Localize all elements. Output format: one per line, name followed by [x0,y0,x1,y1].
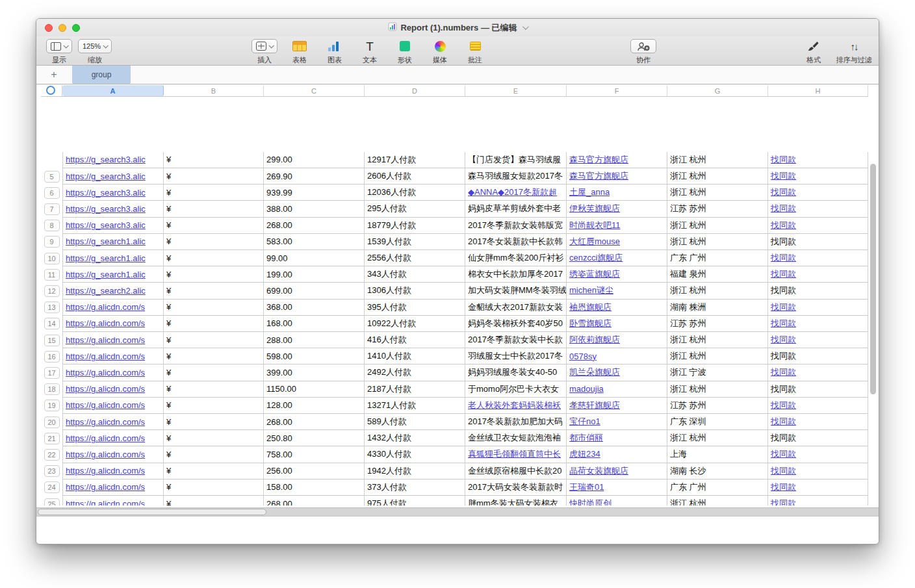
cell-find-same-link[interactable]: 找同款 [768,185,868,201]
column-header-F[interactable]: F [567,85,667,96]
cell-shop-name[interactable]: 森马官方旗舰店 [567,168,667,185]
cell-shop-name[interactable]: 土屋_anna [567,185,667,201]
cell-image-url[interactable]: https://g.alicdn.com/s [62,496,164,505]
cell-find-same-link[interactable]: 找同款 [768,218,868,234]
add-sheet-button[interactable]: + [45,68,62,82]
column-header-H[interactable]: H [768,85,868,96]
cell-shop-name[interactable]: 孝慈轩旗舰店 [567,398,667,414]
cell-image-url[interactable]: https://g.alicdn.com/s [62,446,164,463]
cell-shop-name[interactable]: 绣姿蓝旗舰店 [567,266,667,283]
cell-find-same-link[interactable]: 找同款 [768,364,868,381]
cell-shop-name[interactable]: cenzcci旗舰店 [567,250,667,266]
cell-find-same-link[interactable]: 找同款 [768,479,868,496]
vertical-scrollbar[interactable] [870,164,876,394]
cell-product-title[interactable]: ◆ANNA◆2017冬新款超 [465,185,567,201]
cell-shop-name[interactable]: 快时尚原创 [567,496,667,505]
row-number[interactable]: 8 [41,218,62,234]
row-number[interactable]: 15 [41,332,62,348]
row-number[interactable]: 6 [41,185,62,201]
cell-image-url[interactable]: https://g.alicdn.com/s [62,300,164,316]
cell-shop-name[interactable]: 阿依莉旗舰店 [567,332,667,348]
cell-shop-name[interactable]: 森马官方旗舰店 [567,152,667,168]
row-number[interactable]: 11 [41,266,62,283]
cell-image-url[interactable]: https://g.alicdn.com/s [62,463,164,479]
cell-image-url[interactable]: https://g_search3.alic [62,218,164,234]
column-header-G[interactable]: G [667,85,768,96]
row-number[interactable]: 23 [41,463,62,479]
column-header-E[interactable]: E [465,85,567,96]
cell-shop-name[interactable]: madoujia [567,381,667,398]
row-number[interactable] [41,152,62,168]
horizontal-scrollbar[interactable] [36,507,879,517]
cell-image-url[interactable]: https://g_search2.alic [62,283,164,299]
cell-image-url[interactable]: https://g_search3.alic [62,185,164,201]
cell-image-url[interactable]: https://g_search1.alic [62,250,164,266]
row-number[interactable]: 9 [41,234,62,250]
zoom-window-button[interactable] [72,24,80,32]
cell-image-url[interactable]: https://g.alicdn.com/s [62,398,164,414]
cell-image-url[interactable]: https://g.alicdn.com/s [62,348,164,364]
row-number[interactable]: 19 [41,398,62,414]
row-number[interactable]: 5 [41,168,62,185]
cell-shop-name[interactable]: michen谜尘 [567,283,667,299]
cell-shop-name[interactable]: 0578sy [567,348,667,364]
row-number[interactable]: 24 [41,479,62,496]
cell-image-url[interactable]: https://g_search1.alic [62,266,164,283]
cell-find-same-link[interactable]: 找同款 [768,300,868,316]
row-number[interactable]: 18 [41,381,62,398]
row-number[interactable]: 22 [41,446,62,463]
cell-image-url[interactable]: https://g.alicdn.com/s [62,430,164,446]
row-number[interactable]: 7 [41,201,62,217]
cell-image-url[interactable]: https://g.alicdn.com/s [62,332,164,348]
cell-shop-name[interactable]: 王瑞奇01 [567,479,667,496]
column-header-C[interactable]: C [264,85,365,96]
collaborate-button[interactable]: 协作 [623,38,664,65]
cell-find-same-link[interactable]: 找同款 [768,446,868,463]
cell-shop-name[interactable]: 宝仔no1 [567,414,667,430]
column-header-A[interactable]: A [62,85,164,96]
comment-button[interactable]: 批注 [454,38,496,65]
cell-shop-name[interactable]: 卧雪旗舰店 [567,316,667,332]
cell-shop-name[interactable]: 虎妞234 [567,446,667,463]
close-button[interactable] [45,24,53,32]
cell-shop-name[interactable]: 都市俏丽 [567,430,667,446]
cell-product-title[interactable]: 老人秋装外套妈妈装棉袄 [465,398,567,414]
cell-image-url[interactable]: https://g.alicdn.com/s [62,316,164,332]
cell-find-same-link[interactable]: 找同款 [768,332,868,348]
row-number[interactable]: 12 [41,283,62,299]
cell-image-url[interactable]: https://g.alicdn.com/s [62,364,164,381]
cell-product-title[interactable]: 真狐狸毛领翻领直筒中长 [465,446,567,463]
sheet-tab-group[interactable]: group [72,66,131,84]
zoom-button[interactable]: 125% 缩放 [74,38,116,65]
cell-find-same-link[interactable]: 找同款 [768,250,868,266]
cell-shop-name[interactable]: 大红唇mouse [567,234,667,250]
cell-shop-name[interactable]: 时尚靓衣吧11 [567,218,667,234]
table-handle-icon[interactable] [46,86,55,95]
cell-find-same-link[interactable]: 找同款 [768,414,868,430]
column-header-D[interactable]: D [365,85,465,96]
horizontal-scrollbar-thumb[interactable] [38,509,266,515]
format-button[interactable]: 格式 [793,38,834,65]
cell-find-same-link[interactable]: 找同款 [768,152,868,168]
row-number[interactable]: 10 [41,250,62,266]
row-number[interactable]: 17 [41,364,62,381]
cell-shop-name[interactable]: 凯兰朵旗舰店 [567,364,667,381]
row-number[interactable]: 13 [41,300,62,316]
cell-find-same-link[interactable]: 找同款 [768,168,868,185]
row-number[interactable]: 16 [41,348,62,364]
sort-filter-button[interactable]: ↑↓ 排序与过滤 [831,38,877,65]
title-chevron-down-icon[interactable] [522,23,529,30]
cell-find-same-link[interactable]: 找同款 [768,316,868,332]
cell-image-url[interactable]: https://g.alicdn.com/s [62,381,164,398]
cell-find-same-link[interactable]: 找同款 [768,463,868,479]
cell-image-url[interactable]: https://g.alicdn.com/s [62,414,164,430]
cell-find-same-link[interactable]: 找同款 [768,201,868,217]
cell-image-url[interactable]: https://g_search3.alic [62,201,164,217]
row-number[interactable]: 20 [41,414,62,430]
row-number[interactable]: 21 [41,430,62,446]
cell-image-url[interactable]: https://g_search3.alic [62,152,164,168]
cell-image-url[interactable]: https://g_search3.alic [62,168,164,185]
row-number[interactable]: 14 [41,316,62,332]
cell-image-url[interactable]: https://g_search1.alic [62,234,164,250]
cell-shop-name[interactable]: 晶荷女装旗舰店 [567,463,667,479]
